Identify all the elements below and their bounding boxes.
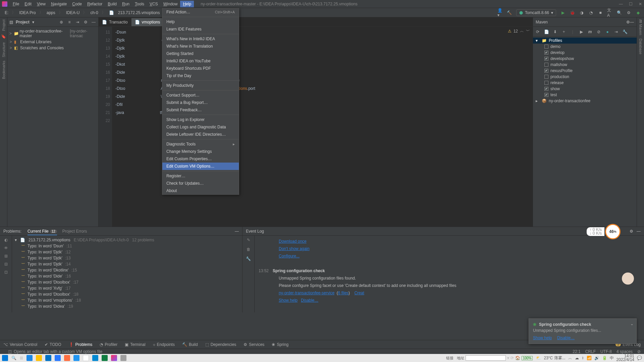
run-config-selector[interactable]: ⬤ Tomcat8.8.66 ▾: [516, 9, 556, 16]
settings-icon[interactable]: ⚙: [83, 20, 88, 24]
build-icon[interactable]: 🔨: [507, 10, 512, 15]
tree-node[interactable]: >▮External Libraries: [7, 39, 98, 45]
problem-item[interactable]: 〰Typo: In word 'Djdk':13: [12, 255, 242, 261]
debug-icon[interactable]: 🐞: [570, 10, 575, 15]
excel-icon[interactable]: [102, 355, 108, 361]
hide-icon[interactable]: —: [91, 20, 96, 24]
problem-item[interactable]: 〰Typo: In word 'Xvfg':17: [12, 285, 242, 291]
idea-icon[interactable]: [111, 355, 117, 361]
event-link[interactable]: Configure...: [279, 254, 300, 258]
help-menu-item[interactable]: Diagnostic Tools▸: [162, 140, 239, 148]
toolwindow-services[interactable]: ⚙Services: [244, 342, 264, 347]
maven-profile-item[interactable]: release: [533, 80, 637, 86]
generate-icon[interactable]: 📄: [544, 29, 549, 34]
collapse-icon[interactable]: ⊟: [4, 262, 8, 266]
maven-toolwin-stripe[interactable]: m Maven: [638, 19, 643, 35]
toolwindow-spring[interactable]: ❀Spring: [272, 342, 288, 347]
hide-icon[interactable]: —: [637, 229, 641, 234]
translate-icon[interactable]: 文A: [607, 10, 612, 15]
settings-icon[interactable]: ⚙: [626, 10, 631, 15]
maven-profile-item[interactable]: ✔develop: [533, 50, 637, 56]
minimize-icon[interactable]: —: [619, 2, 623, 6]
event-link[interactable]: Disable…: [301, 298, 318, 303]
wrench-icon[interactable]: 🔧: [622, 29, 628, 34]
stop-icon[interactable]: ■: [598, 10, 603, 15]
warning-icon[interactable]: ⚠: [508, 29, 512, 34]
toast-show-help[interactable]: Show help: [533, 336, 552, 340]
expand-all-icon[interactable]: ≡: [67, 20, 72, 24]
ime-icon[interactable]: 中: [610, 355, 614, 361]
menu-code[interactable]: Code: [69, 1, 85, 7]
filter-icon[interactable]: ◐: [4, 238, 8, 242]
collapse-all-icon[interactable]: ⇥: [75, 20, 80, 24]
toolwindow-problems[interactable]: ❗Problems: [69, 342, 93, 347]
caret-pos[interactable]: 22:1: [573, 349, 580, 354]
readonly-icon[interactable]: ⊘: [637, 349, 641, 354]
volume-icon[interactable]: 🔊: [594, 356, 599, 360]
toolwindow-todo[interactable]: ✔TODO: [45, 342, 61, 347]
editor-tab[interactable]: 📄Transactio: [99, 18, 131, 26]
m-icon[interactable]: m: [587, 29, 593, 34]
toolwindow-terminal[interactable]: ▣Terminal: [125, 342, 145, 347]
help-menu-item[interactable]: Change Memory Settings: [162, 148, 239, 155]
help-menu-item[interactable]: Help: [162, 18, 239, 25]
breadcrumb-item[interactable]: E:: [3, 10, 10, 16]
menu-build[interactable]: Build: [105, 1, 119, 7]
edge-icon[interactable]: [26, 355, 33, 361]
problem-item[interactable]: 〰Typo: In word 'Dide':16: [12, 273, 242, 279]
address-input[interactable]: [466, 355, 506, 361]
app-icon[interactable]: [120, 355, 126, 361]
help-menu-item[interactable]: About: [162, 187, 239, 194]
help-menu-item[interactable]: Submit Feedback…: [162, 106, 239, 114]
start-icon[interactable]: [2, 355, 8, 361]
offline-icon[interactable]: ●: [605, 29, 610, 34]
next-highlight-icon[interactable]: ﹀: [526, 28, 530, 34]
menu-help[interactable]: Help: [180, 1, 194, 7]
reload-icon[interactable]: ⟳: [535, 29, 540, 34]
user-icon[interactable]: 👤▾: [497, 10, 503, 15]
problem-item[interactable]: 〰Typo: In word 'Djdk':14: [12, 261, 242, 267]
menu-refactor[interactable]: Refactor: [85, 1, 105, 7]
vscode-icon[interactable]: [92, 355, 98, 361]
maven-project-node[interactable]: ▸📦ny-order-transactionfee: [533, 98, 637, 104]
maven-profile-item[interactable]: ✔show: [533, 86, 637, 92]
toolwindow-profiler[interactable]: ◔Profiler: [100, 342, 117, 347]
maven-profiles-node[interactable]: ▾📁Profiles: [533, 38, 637, 44]
edit-icon[interactable]: ✎: [247, 238, 250, 242]
clock-date[interactable]: 2022/4/14: [616, 358, 634, 362]
menu-run[interactable]: Run: [119, 1, 132, 7]
help-menu-item[interactable]: Find Action…Ctrl+Shift+A: [162, 8, 239, 16]
toolwindow-dependencies[interactable]: ⬚Dependencies: [205, 342, 236, 347]
select-opened-icon[interactable]: ⊕: [59, 20, 64, 24]
breadcrumb-item[interactable]: apps: [45, 10, 57, 16]
menu-vcs[interactable]: VCS: [147, 1, 161, 7]
toolwindow-build[interactable]: 🔨Build: [182, 342, 198, 347]
weather-icon[interactable]: ⛅: [536, 356, 541, 360]
menu-navigate[interactable]: Navigate: [48, 1, 69, 7]
problem-item[interactable]: 〰Typo: In word 'Djdk':12: [12, 249, 242, 255]
project-toolwin-stripe[interactable]: Project: [2, 19, 6, 31]
problem-item[interactable]: 〰Typo: In word 'Dsun':11: [12, 243, 242, 249]
maven-profile-item[interactable]: ✔developshow: [533, 56, 637, 62]
problem-item[interactable]: 〰Typo: In word 'Dkotlinx':15: [12, 267, 242, 273]
help-menu-item[interactable]: Collect Logs and Diagnostic Data: [162, 123, 239, 131]
prev-highlight-icon[interactable]: ︿: [520, 28, 524, 34]
tray-chevron-icon[interactable]: ︿: [568, 355, 572, 361]
notification-icon[interactable]: 💬: [637, 356, 642, 360]
expand-icon[interactable]: ⊞: [4, 254, 8, 258]
help-menu-item[interactable]: My Productivity: [162, 82, 239, 89]
delete-icon[interactable]: 🗑: [247, 247, 251, 252]
settings-icon[interactable]: ⚙: [630, 229, 633, 234]
word-icon[interactable]: [73, 355, 79, 361]
help-menu-item[interactable]: What's New in Translation: [162, 43, 239, 50]
help-menu-item[interactable]: Edit Custom Properties…: [162, 155, 239, 163]
battery-icon[interactable]: 🔋: [602, 356, 607, 360]
run-icon[interactable]: ▶: [579, 29, 584, 34]
help-menu-item[interactable]: Register…: [162, 172, 239, 180]
zoom-level[interactable]: 100%: [522, 356, 533, 360]
bluetooth-icon[interactable]: ᚼ: [582, 356, 584, 360]
wrench-icon[interactable]: 🔧: [246, 256, 251, 261]
help-menu-item[interactable]: IntelliJ IDEA on YouTube: [162, 57, 239, 65]
event-link[interactable]: ny-order-transactionfee-service: [279, 291, 334, 295]
maven-profile-item[interactable]: production: [533, 74, 637, 80]
